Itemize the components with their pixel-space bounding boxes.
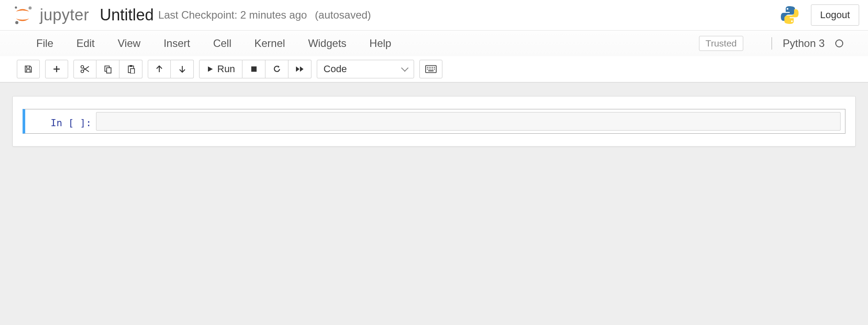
menu-edit[interactable]: Edit — [65, 32, 106, 55]
restart-button[interactable] — [265, 60, 288, 78]
svg-rect-15 — [429, 67, 430, 68]
cell-input[interactable] — [96, 112, 841, 131]
svg-rect-8 — [107, 68, 111, 73]
command-palette-button[interactable] — [419, 60, 442, 78]
jupyter-wordmark[interactable]: jupyter — [40, 6, 89, 24]
paste-icon — [127, 65, 135, 74]
insert-cell-button[interactable] — [45, 60, 68, 78]
copy-icon — [104, 65, 112, 74]
svg-point-4 — [791, 20, 793, 22]
kernel-name[interactable]: Python 3 — [783, 37, 825, 50]
svg-rect-10 — [130, 65, 132, 67]
scissors-icon — [80, 65, 90, 74]
python-icon — [779, 4, 800, 26]
svg-rect-18 — [434, 67, 435, 68]
restart-icon — [273, 65, 281, 74]
svg-point-3 — [787, 8, 788, 10]
svg-rect-20 — [429, 69, 430, 70]
svg-rect-17 — [432, 67, 433, 68]
move-up-button[interactable] — [148, 60, 171, 78]
svg-rect-16 — [430, 67, 431, 68]
arrow-up-icon — [155, 65, 163, 73]
run-label: Run — [217, 63, 235, 75]
trusted-indicator[interactable]: Trusted — [699, 36, 743, 51]
svg-rect-12 — [251, 66, 257, 72]
svg-rect-24 — [428, 70, 434, 71]
cell-prompt: In [ ]: — [50, 117, 92, 131]
svg-point-0 — [15, 7, 17, 9]
play-icon — [207, 66, 214, 73]
cut-button[interactable] — [73, 60, 96, 78]
copy-button[interactable] — [96, 60, 119, 78]
svg-rect-21 — [430, 69, 431, 70]
svg-rect-23 — [434, 69, 435, 70]
notebook-container: In [ ]: — [12, 96, 856, 147]
toolbar: Run Code — [0, 56, 868, 82]
logout-button[interactable]: Logout — [811, 4, 859, 26]
svg-rect-19 — [427, 69, 428, 70]
cell-type-value: Code — [323, 63, 347, 75]
menu-cell[interactable]: Cell — [202, 32, 243, 55]
interrupt-button[interactable] — [242, 60, 265, 78]
stop-icon — [250, 66, 257, 73]
paste-button[interactable] — [119, 60, 142, 78]
notebook-area: In [ ]: — [0, 83, 868, 325]
keyboard-icon — [425, 65, 437, 73]
divider — [772, 37, 772, 50]
svg-point-1 — [29, 7, 32, 10]
menu-insert[interactable]: Insert — [152, 32, 202, 55]
fast-forward-icon — [295, 66, 305, 73]
restart-run-all-button[interactable] — [288, 60, 311, 78]
notebook-header: jupyter Untitled Last Checkpoint: 2 minu… — [0, 0, 868, 31]
menu-help[interactable]: Help — [358, 32, 403, 55]
menu-view[interactable]: View — [106, 32, 152, 55]
save-button[interactable] — [17, 60, 40, 78]
arrow-down-icon — [178, 65, 186, 73]
svg-rect-14 — [427, 67, 428, 68]
jupyter-icon[interactable] — [12, 5, 33, 25]
kernel-status-icon[interactable] — [835, 39, 843, 47]
code-cell[interactable]: In [ ]: — [23, 109, 845, 134]
cell-prompt-area: In [ ]: — [25, 112, 96, 131]
menu-file[interactable]: File — [25, 32, 65, 55]
run-button[interactable]: Run — [199, 60, 242, 78]
autosave-status: (autosaved) — [315, 9, 371, 21]
menu-widgets[interactable]: Widgets — [296, 32, 358, 55]
move-down-button[interactable] — [171, 60, 194, 78]
plus-icon — [52, 65, 61, 74]
svg-point-2 — [15, 21, 19, 24]
save-icon — [24, 65, 33, 74]
menubar-container: File Edit View Insert Cell Kernel Widget… — [0, 31, 868, 83]
checkpoint-status: Last Checkpoint: 2 minutes ago — [158, 9, 307, 21]
notebook-name[interactable]: Untitled — [100, 6, 154, 24]
svg-rect-22 — [432, 69, 433, 70]
menu-kernel[interactable]: Kernel — [243, 32, 296, 55]
menubar: File Edit View Insert Cell Kernel Widget… — [12, 31, 856, 56]
logo-area: jupyter — [12, 5, 89, 25]
svg-rect-11 — [131, 69, 134, 74]
cell-type-select[interactable]: Code — [317, 60, 414, 78]
